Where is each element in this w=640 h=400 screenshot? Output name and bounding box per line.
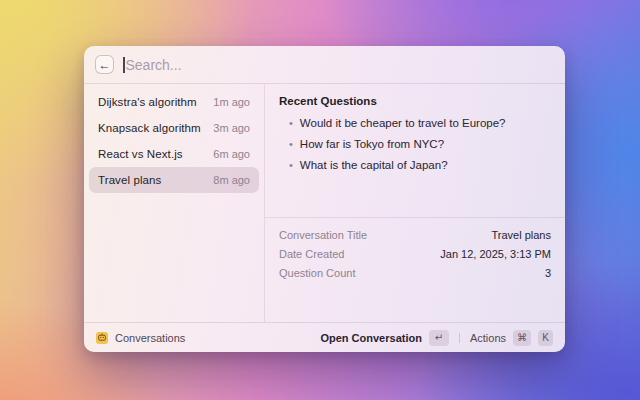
conversation-time: 3m ago [213, 122, 250, 134]
conversation-row-react[interactable]: React vs Next.js 6m ago [89, 141, 259, 167]
question-item: • How far is Tokyo from NYC? [289, 137, 551, 151]
recent-questions-section: Recent Questions • Would it be cheaper t… [265, 84, 565, 217]
desktop: { "search": { "placeholder": "Search..."… [0, 0, 640, 400]
conversation-title: Travel plans [98, 174, 161, 186]
metadata-label: Question Count [279, 267, 355, 279]
conversation-time: 1m ago [213, 96, 250, 108]
metadata-row: Question Count 3 [279, 263, 551, 282]
actions-menu-button[interactable]: Actions [470, 332, 506, 344]
search-input[interactable]: Search... [123, 57, 554, 73]
conversation-title: Knapsack algorithm [98, 122, 201, 134]
conversation-time: 6m ago [213, 148, 250, 160]
question-item: • Would it be cheaper to travel to Europ… [289, 116, 551, 130]
metadata-label: Date Created [279, 248, 344, 260]
conversations-app-icon [96, 332, 108, 344]
return-key-icon: ↵ [429, 330, 449, 346]
metadata-section: Conversation Title Travel plans Date Cre… [265, 217, 565, 290]
question-text: How far is Tokyo from NYC? [300, 137, 444, 151]
bullet-icon: • [289, 137, 293, 151]
question-text: What is the capital of Japan? [300, 158, 448, 172]
section-title: Recent Questions [279, 95, 551, 107]
metadata-value: 3 [545, 267, 551, 279]
open-conversation-button[interactable]: Open Conversation [320, 332, 421, 344]
search-placeholder: Search... [126, 57, 182, 73]
conversation-list: Dijkstra's algorithm 1m ago Knapsack alg… [84, 84, 265, 322]
conversation-time: 8m ago [213, 174, 250, 186]
text-cursor [123, 57, 125, 73]
metadata-label: Conversation Title [279, 229, 367, 241]
metadata-row: Date Created Jan 12, 2025, 3:13 PM [279, 244, 551, 263]
action-bar: Conversations Open Conversation ↵ Action… [84, 322, 565, 352]
back-arrow-icon: ← [99, 59, 111, 71]
k-key-icon: K [538, 330, 553, 346]
question-item: • What is the capital of Japan? [289, 158, 551, 172]
conversation-row-dijkstra[interactable]: Dijkstra's algorithm 1m ago [89, 89, 259, 115]
command-palette-window: ← Search... Dijkstra's algorithm 1m ago … [84, 46, 565, 352]
back-button[interactable]: ← [95, 55, 114, 74]
command-key-icon: ⌘ [513, 330, 531, 346]
main-content: Dijkstra's algorithm 1m ago Knapsack alg… [84, 84, 565, 322]
conversation-row-travel-selected[interactable]: Travel plans 8m ago [89, 167, 259, 193]
bullet-icon: • [289, 158, 293, 172]
detail-panel: Recent Questions • Would it be cheaper t… [265, 84, 565, 322]
search-bar: ← Search... [84, 46, 565, 84]
conversation-title: Dijkstra's algorithm [98, 96, 197, 108]
footer-divider [459, 333, 460, 343]
conversation-row-knapsack[interactable]: Knapsack algorithm 3m ago [89, 115, 259, 141]
conversation-title: React vs Next.js [98, 148, 183, 160]
metadata-row: Conversation Title Travel plans [279, 225, 551, 244]
footer-app-name: Conversations [115, 332, 185, 344]
question-text: Would it be cheaper to travel to Europe? [300, 116, 506, 130]
metadata-value: Travel plans [491, 229, 551, 241]
bullet-icon: • [289, 116, 293, 130]
metadata-value: Jan 12, 2025, 3:13 PM [440, 248, 551, 260]
